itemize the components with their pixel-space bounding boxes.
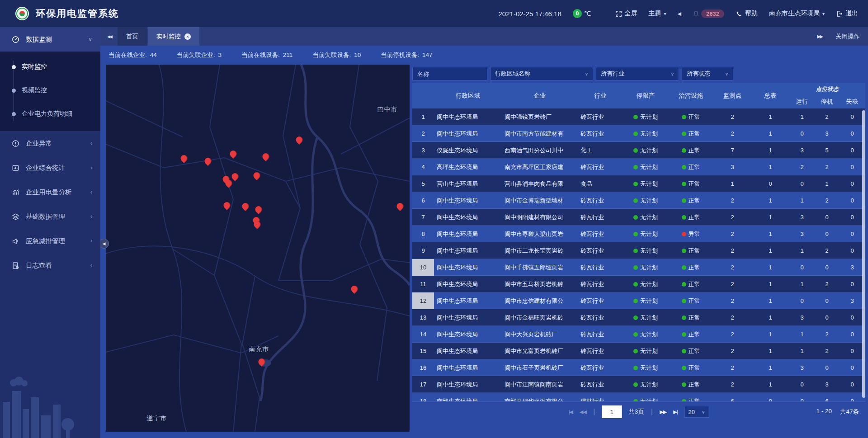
table-row[interactable]: 3仪陇生态环境局西南油气田分公司川中化工无计划正常71350 bbox=[412, 142, 865, 159]
sidebar-item-企业异常[interactable]: 企业异常‹ bbox=[0, 131, 100, 155]
table-row[interactable]: 5营山生态环境局营山县润丰肉食品有限食品无计划正常10010 bbox=[412, 175, 865, 192]
page-size-select[interactable]: 20∨ bbox=[684, 406, 709, 418]
logout-button[interactable]: 退出 bbox=[836, 9, 858, 18]
col-meters: 总表 bbox=[751, 92, 789, 100]
mute-speaker-icon[interactable]: ◀ bbox=[678, 11, 681, 17]
col-group-point-status: 点位状态 bbox=[789, 85, 865, 93]
map-panel[interactable]: 巴中市南充市遂宁市 bbox=[106, 65, 410, 432]
table-row[interactable]: 2阆中生态环境局阆中市南方节能建材有砖瓦行业无计划正常21030 bbox=[412, 125, 865, 142]
cell-treatment-status: 正常 bbox=[668, 397, 713, 402]
sidebar-item-企业综合统计[interactable]: 企业综合统计‹ bbox=[0, 155, 100, 180]
table-row[interactable]: 10阆中生态环境局阆中千佛镇五郎垭页岩砖瓦行业无计划正常21003 bbox=[412, 259, 865, 276]
sidebar-item-企业用电量分析[interactable]: 企业用电量分析‹ bbox=[0, 180, 100, 204]
tab-close-icon[interactable]: × bbox=[184, 33, 191, 40]
table-row[interactable]: 9阆中生态环境局阆中市二龙长宝页岩砖砖瓦行业无计划正常21120 bbox=[412, 242, 865, 259]
map-marker-icon[interactable] bbox=[205, 158, 212, 165]
tabs-scroll-left-icon[interactable]: ◀◀ bbox=[103, 34, 116, 39]
map-marker-icon[interactable] bbox=[255, 206, 262, 213]
industry-filter-select[interactable]: 所有行业∨ bbox=[596, 67, 679, 80]
table-row[interactable]: 13阆中生态环境局阆中市金福旺页岩机砖砖瓦行业无计划正常21300 bbox=[412, 309, 865, 326]
cell-lost: 3 bbox=[839, 297, 865, 304]
map-marker-icon[interactable] bbox=[181, 155, 188, 162]
page-number-input[interactable] bbox=[602, 405, 622, 418]
table-row[interactable]: 16阆中生态环境局阆中市石子页岩机砖厂砖瓦行业无计划正常21300 bbox=[412, 359, 865, 376]
status-filter-select[interactable]: 所有状态∨ bbox=[682, 67, 733, 80]
notifications-button[interactable]: 2632 bbox=[693, 9, 724, 18]
cell-halt: 2 bbox=[815, 348, 839, 354]
table-row[interactable]: 8阆中生态环境局阆中市枣碧大梁山页岩砖瓦行业无计划异常21300 bbox=[412, 226, 865, 242]
cell-company: 阆中市二龙长宝页岩砖 bbox=[502, 247, 578, 255]
status-dot-icon bbox=[633, 182, 638, 186]
map-marker-icon[interactable] bbox=[230, 151, 237, 157]
table-row[interactable]: 1阆中生态环境局阆中强锐页岩砖厂砖瓦行业无计划正常21120 bbox=[412, 108, 865, 125]
sidebar-item-label: 日志查看 bbox=[26, 261, 84, 270]
bullet-dot-icon bbox=[12, 112, 16, 116]
pagination-prev-button[interactable]: ◀◀ bbox=[580, 409, 586, 415]
row-index: 1 bbox=[412, 108, 434, 125]
map-marker-icon[interactable] bbox=[351, 286, 358, 292]
sidebar-subitem-视频监控[interactable]: 视频监控 bbox=[0, 79, 100, 102]
table-row[interactable]: 15阆中生态环境局阆中市光富页岩机砖厂砖瓦行业无计划正常21120 bbox=[412, 343, 865, 359]
help-button[interactable]: 帮助 bbox=[736, 9, 758, 18]
table-row[interactable]: 4高坪生态环境局南充市高坪区王家店建砖瓦行业无计划正常31220 bbox=[412, 159, 865, 175]
map-marker-icon[interactable] bbox=[263, 153, 269, 160]
cell-meters: 1 bbox=[751, 214, 789, 221]
table-row[interactable]: 7阆中生态环境局阆中明阳建材有限公司砖瓦行业无计划正常21300 bbox=[412, 209, 865, 226]
tabs-container: 首页实时监控× bbox=[118, 27, 811, 46]
status-dot-icon bbox=[682, 282, 686, 287]
map-marker-icon[interactable] bbox=[254, 172, 260, 179]
table-row[interactable]: 18南部生态环境局南部县砚华水泥有限公建材行业无计划正常60060 bbox=[412, 393, 865, 401]
map-marker-icon[interactable] bbox=[226, 180, 232, 187]
tabs-scroll-right-icon[interactable]: ▶▶ bbox=[813, 34, 826, 39]
fullscreen-button[interactable]: 全屏 bbox=[615, 9, 637, 18]
org-menu[interactable]: 南充市生态环境局▾ bbox=[769, 9, 825, 18]
cell-meters: 1 bbox=[751, 113, 789, 120]
cell-points: 7 bbox=[713, 147, 751, 154]
sidebar-item-数据监测[interactable]: 数据监测∨ bbox=[0, 27, 100, 52]
table-row[interactable]: 14阆中生态环境局阆中大兴页岩机砖厂砖瓦行业无计划正常21120 bbox=[412, 326, 865, 343]
cell-treatment-status: 正常 bbox=[668, 314, 713, 322]
table-row[interactable]: 12阆中生态环境局阆中市忠信建材有限公砖瓦行业无计划正常21003 bbox=[412, 292, 865, 309]
region-filter-select[interactable]: 行政区域名称∨ bbox=[490, 67, 593, 80]
cell-meters: 1 bbox=[751, 281, 789, 287]
treatment-status-label: 正常 bbox=[689, 247, 700, 255]
cell-stop-status: 无计划 bbox=[623, 163, 668, 171]
map-marker-icon[interactable] bbox=[296, 137, 303, 143]
stop-status-label: 无计划 bbox=[640, 230, 658, 238]
collapse-map-button[interactable]: ◀ bbox=[99, 239, 109, 249]
app-logo-icon bbox=[15, 7, 29, 20]
row-index: 11 bbox=[412, 276, 434, 292]
table-row[interactable]: 6阆中生态环境局阆中市金博瑞新型墙材砖瓦行业无计划正常21120 bbox=[412, 192, 865, 209]
cell-lost: 0 bbox=[839, 331, 865, 338]
pagination-first-button[interactable]: |◀ bbox=[569, 409, 573, 415]
cell-stop-status: 无计划 bbox=[623, 180, 668, 188]
cell-meters: 1 bbox=[751, 247, 789, 254]
theme-menu[interactable]: 主题▾ bbox=[649, 9, 666, 18]
sidebar-item-基础数据管理[interactable]: 基础数据管理‹ bbox=[0, 204, 100, 229]
table-scrollbar[interactable] bbox=[862, 110, 865, 398]
sidebar-subitem-企业电力负荷明细[interactable]: 企业电力负荷明细 bbox=[0, 102, 100, 126]
sidebar-item-日志查看[interactable]: 日志查看‹ bbox=[0, 253, 100, 278]
tab-首页[interactable]: 首页 bbox=[118, 27, 147, 46]
map-marker-icon[interactable] bbox=[259, 358, 265, 365]
map-marker-icon[interactable] bbox=[242, 203, 249, 210]
table-row[interactable]: 17阆中生态环境局阆中市江南镇阆南页岩砖瓦行业无计划正常21030 bbox=[412, 376, 865, 393]
close-operations-button[interactable]: 关闭操作 bbox=[835, 33, 860, 41]
sidebar-subitem-实时监控[interactable]: 实时监控 bbox=[0, 55, 100, 79]
cell-points: 2 bbox=[713, 364, 751, 371]
sidebar-menu: 数据监测∨实时监控视频监控企业电力负荷明细企业异常‹企业综合统计‹企业用电量分析… bbox=[0, 27, 100, 278]
map-marker-icon[interactable] bbox=[224, 202, 231, 209]
map-marker-icon[interactable] bbox=[254, 221, 261, 228]
name-filter-input[interactable] bbox=[412, 67, 487, 80]
tab-实时监控[interactable]: 实时监控× bbox=[148, 27, 199, 46]
cell-company: 阆中市石子页岩机砖厂 bbox=[502, 364, 578, 372]
pagination-next-button[interactable]: ▶▶ bbox=[660, 409, 666, 415]
cell-lost: 0 bbox=[839, 164, 865, 170]
cell-halt: 2 bbox=[815, 113, 839, 120]
map-marker-icon[interactable] bbox=[232, 173, 239, 180]
cell-stop-status: 无计划 bbox=[623, 397, 668, 402]
sidebar-item-应急减排管理[interactable]: 应急减排管理‹ bbox=[0, 229, 100, 253]
pagination-last-button[interactable]: ▶| bbox=[673, 409, 677, 415]
map-marker-icon[interactable] bbox=[397, 203, 404, 210]
table-row[interactable]: 11阆中生态环境局阆中市五马桥页岩机砖砖瓦行业无计划正常21120 bbox=[412, 276, 865, 292]
